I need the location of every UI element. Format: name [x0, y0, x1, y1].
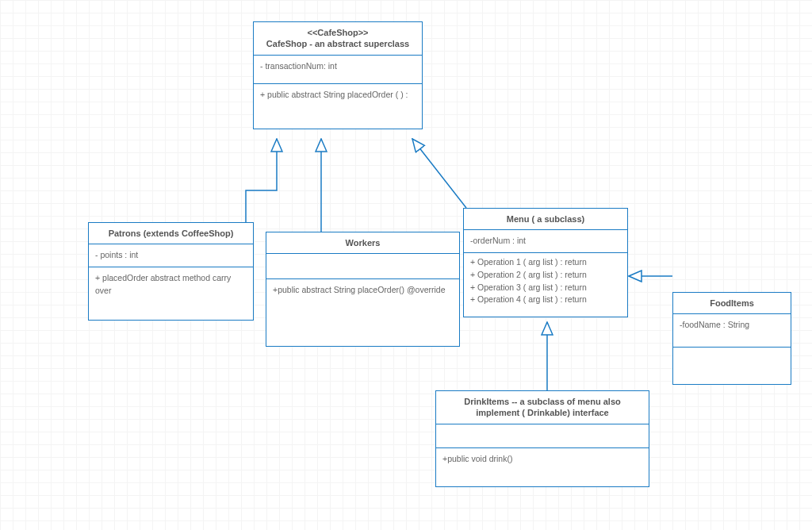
op2: + Operation 2 ( arg list ) : return [470, 269, 621, 282]
class-title: <<CafeShop>> CafeShop - an abstract supe… [254, 22, 422, 56]
attributes: -orderNum : int [464, 230, 627, 253]
operations: +public void drink() [436, 448, 649, 486]
attributes [266, 254, 459, 279]
class-title: Patrons (extends CoffeeShop) [89, 223, 253, 244]
attributes: - points : int [89, 244, 253, 267]
uml-class-workers[interactable]: Workers +public abstract String placeOrd… [266, 232, 460, 347]
uml-class-cafeshop[interactable]: <<CafeShop>> CafeShop - an abstract supe… [253, 21, 423, 129]
class-title: Workers [266, 232, 459, 254]
uml-class-fooditems[interactable]: FoodItems -foodName : String [672, 292, 791, 385]
attributes [436, 424, 649, 448]
class-name: CafeShop - an abstract superclass [266, 39, 409, 48]
attributes: - transactionNum: int [254, 56, 422, 84]
operations [673, 348, 791, 384]
operations: + Operation 1 ( arg list ) : return + Op… [464, 253, 627, 317]
uml-class-patrons[interactable]: Patrons (extends CoffeeShop) - points : … [88, 222, 254, 321]
uml-class-drinkitems[interactable]: DrinkItems -- a subclass of menu also im… [435, 390, 649, 487]
op4: + Operation 4 ( arg list ) : return [470, 294, 621, 306]
class-title: FoodItems [673, 293, 791, 314]
operations: + placedOrder abstract method carry over [89, 267, 253, 320]
op3: + Operation 3 ( arg list ) : return [470, 282, 621, 294]
class-title: Menu ( a subclass) [464, 209, 627, 230]
uml-class-menu[interactable]: Menu ( a subclass) -orderNum : int + Ope… [463, 208, 628, 317]
operations: +public abstract String placeOrder() @ov… [266, 279, 459, 346]
stereotype: <<CafeShop>> [307, 28, 368, 37]
op1: + Operation 1 ( arg list ) : return [470, 256, 621, 269]
class-title: DrinkItems -- a subclass of menu also im… [436, 391, 649, 424]
operations: + public abstract String placedOrder ( )… [254, 84, 422, 129]
attributes: -foodName : String [673, 314, 791, 348]
